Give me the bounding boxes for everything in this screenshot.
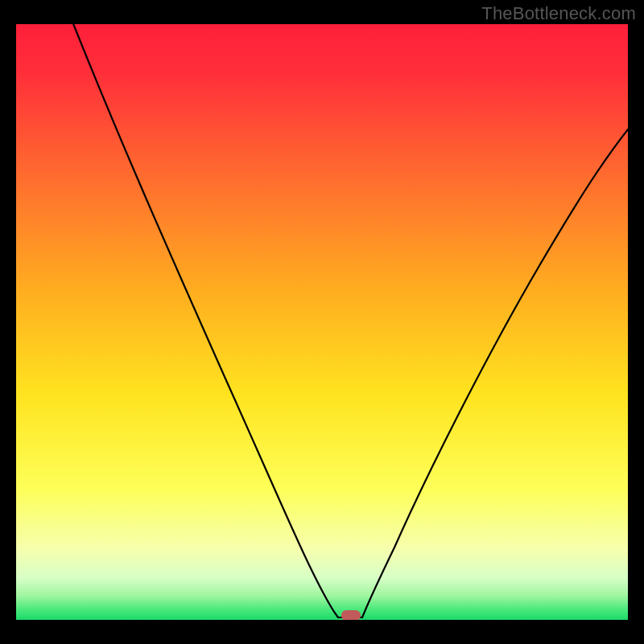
chart-frame: TheBottleneck.com [0,0,644,644]
plot-area [16,24,628,620]
optimal-point-marker [341,610,361,620]
watermark-text: TheBottleneck.com [481,3,636,24]
chart-svg [16,24,628,620]
gradient-background [16,24,628,620]
